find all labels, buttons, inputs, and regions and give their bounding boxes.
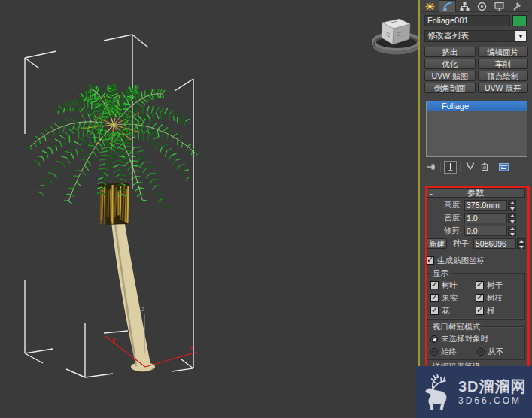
seed-spinner[interactable] — [517, 238, 525, 249]
axis-label-y: y — [112, 335, 116, 344]
checkbox-icon: ✓ — [476, 294, 484, 302]
axis-label-x: x — [190, 344, 193, 352]
radio-icon — [477, 348, 485, 356]
height-spinner[interactable] — [508, 200, 516, 211]
app-window: z y x — [0, 0, 532, 418]
checkbox-icon: ✓ — [430, 281, 439, 289]
when-not-selected-radio[interactable]: 未选择对象时 — [430, 334, 521, 344]
toolbar-separator — [440, 162, 441, 172]
seed-label: 种子: — [448, 238, 471, 249]
radio-icon — [430, 335, 438, 343]
remove-modifier-icon[interactable] — [478, 161, 491, 174]
checkbox-icon: ✓ — [426, 256, 434, 265]
checkbox-icon: ✓ — [430, 294, 439, 302]
trunk-checkbox[interactable]: ✓树干 — [476, 280, 521, 290]
viewport-canopy-mode-group: 视口树冠模式 未选择对象时 始终 从不 — [426, 326, 525, 360]
fruit-checkbox[interactable]: ✓果实 — [430, 293, 476, 303]
modifier-list-dropdown[interactable]: 修改器列表 ▼ — [424, 30, 527, 42]
create-icon — [425, 2, 435, 11]
axis-label-z: z — [141, 305, 145, 313]
tab-utilities[interactable] — [508, 0, 525, 12]
viewport-3d[interactable]: z y x — [0, 0, 420, 418]
hierarchy-icon — [460, 2, 470, 11]
edit-patch-button[interactable]: 编辑面片 — [478, 47, 529, 57]
pin-stack-icon[interactable] — [424, 161, 437, 174]
seed-field[interactable]: 5086096 — [473, 238, 516, 249]
toolbar-separator — [494, 162, 494, 172]
make-unique-icon[interactable] — [464, 161, 476, 174]
parameters-rollout: - 参数 高度: 375.0mm 密度: 1.0 修剪: 0.0 新建 种子: — [426, 188, 525, 389]
density-label: 密度: — [426, 213, 462, 223]
modifier-list-label: 修改器列表 — [424, 30, 515, 42]
modifier-buttons-grid: 挤出 编辑面片 优化 车削 UVW 贴图 顶点绘制 倒角剖面 UVW 展开 — [424, 47, 528, 93]
pruning-spinner[interactable] — [508, 226, 516, 236]
modify-icon — [442, 2, 452, 11]
tab-modify[interactable] — [439, 0, 456, 12]
uvw-map-button[interactable]: UVW 贴图 — [424, 71, 476, 81]
leaves-checkbox[interactable]: ✓树叶 — [430, 280, 476, 290]
modifier-stack-list[interactable]: Foliage — [426, 101, 527, 157]
show-end-result-icon[interactable] — [444, 161, 457, 174]
command-panel: Foliage001 修改器列表 ▼ 挤出 编辑面片 优化 车削 UVW 贴图 … — [420, 0, 532, 418]
viewport-background — [0, 0, 420, 418]
stack-item-foliage[interactable]: Foliage — [427, 101, 527, 111]
rollout-header[interactable]: - 参数 — [426, 188, 525, 198]
stack-toolbar — [424, 159, 529, 174]
watermark-subtitle: 3D66.COM — [458, 396, 527, 405]
deer-logo-icon — [421, 373, 454, 412]
canopy-group-title: 视口树冠模式 — [430, 322, 482, 332]
collapse-icon: - — [427, 189, 436, 198]
lathe-button[interactable]: 车削 — [478, 59, 529, 69]
chevron-down-icon: ▼ — [515, 30, 527, 42]
vertex-paint-button[interactable]: 顶点绘制 — [478, 71, 529, 81]
roots-checkbox[interactable]: ✓根 — [476, 306, 521, 316]
pruning-field[interactable]: 0.0 — [464, 226, 507, 236]
branches-checkbox[interactable]: ✓树枝 — [476, 293, 521, 303]
show-group: 显示 ✓树叶 ✓果实 ✓花 ✓树干 ✓树枝 ✓根 — [426, 273, 525, 320]
extrude-button[interactable]: 挤出 — [424, 47, 476, 57]
checkbox-icon: ✓ — [476, 281, 484, 289]
command-panel-tabs — [421, 0, 530, 12]
object-color-swatch[interactable] — [512, 15, 527, 26]
motion-icon — [477, 2, 487, 11]
tab-hierarchy[interactable] — [456, 0, 473, 12]
display-icon — [494, 2, 504, 11]
tab-display[interactable] — [491, 0, 508, 12]
active-viewport-border — [418, 0, 420, 418]
checkbox-icon: ✓ — [476, 307, 484, 315]
radio-icon — [430, 348, 438, 356]
height-label: 高度: — [426, 200, 462, 211]
height-field[interactable]: 375.0mm — [464, 200, 507, 211]
object-name-field[interactable]: Foliage001 — [424, 15, 510, 26]
pruning-label: 修剪: — [426, 226, 462, 236]
toolbar-separator — [460, 162, 461, 172]
optimize-button[interactable]: 优化 — [424, 59, 476, 69]
generate-mapping-coords-checkbox[interactable]: ✓ 生成贴图坐标 — [426, 256, 525, 265]
checkbox-icon: ✓ — [430, 307, 439, 315]
density-field[interactable]: 1.0 — [464, 213, 507, 223]
tab-create[interactable] — [421, 0, 439, 12]
density-spinner[interactable] — [508, 213, 516, 223]
show-group-title: 显示 — [430, 268, 451, 279]
utilities-icon — [512, 2, 521, 11]
unwrap-uvw-button[interactable]: UVW 展开 — [478, 83, 529, 93]
watermark-title: 3D溜溜网 — [458, 379, 527, 394]
watermark: 3D溜溜网 3D66.COM — [416, 366, 532, 418]
rollout-title: 参数 — [436, 187, 515, 198]
configure-modifier-sets-icon[interactable] — [497, 161, 510, 174]
new-seed-button[interactable]: 新建 — [427, 238, 447, 249]
flowers-checkbox[interactable]: ✓花 — [430, 306, 476, 316]
bevel-profile-button[interactable]: 倒角剖面 — [424, 83, 476, 93]
never-radio[interactable]: 从不 — [477, 347, 503, 356]
always-radio[interactable]: 始终 — [430, 347, 477, 356]
tab-motion[interactable] — [473, 0, 491, 12]
